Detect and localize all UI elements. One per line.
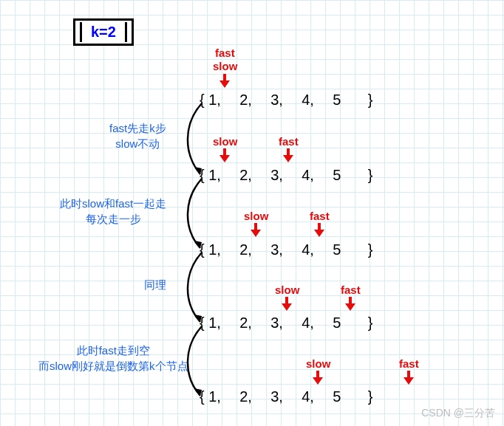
k-value: k=2 (91, 24, 116, 40)
slow-label-1: slow (213, 60, 237, 72)
fast-label-1: fast (215, 47, 235, 59)
arrow-down-icon (403, 371, 414, 385)
fast-label-3: fast (310, 210, 330, 222)
slow-label-5: slow (306, 357, 330, 370)
list-row-3: { 1,2,3,4,5 } (200, 241, 373, 258)
list-row-5: { 1,2,3,4,5 } (200, 388, 373, 405)
list-row-4: { 1,2,3,4,5 } (200, 315, 373, 331)
arrow-down-icon (313, 371, 323, 385)
arrow-down-icon (282, 297, 292, 312)
k-box-inner: k=2 (80, 22, 127, 42)
arrow-down-icon (283, 148, 293, 163)
note-2: 此时slow和fast一起走 每次走一步 (60, 196, 166, 227)
note-4: 此时fast走到空 而slow刚好就是倒数第k个节点 (38, 343, 188, 374)
slow-label-3: slow (244, 210, 268, 222)
arrow-down-icon (314, 223, 324, 238)
watermark: CSDN @三分苦 (421, 407, 495, 420)
fast-label-5: fast (399, 357, 419, 370)
list-row-2: { 1,2,3,4,5 } (200, 167, 373, 184)
note-1: fast先走k步 slow不动 (109, 120, 166, 151)
list-row-1: { 1,2,3,4,5 } (200, 92, 373, 109)
k-box: k=2 (73, 18, 134, 46)
fast-label-2: fast (279, 135, 299, 148)
arrow-down-icon (219, 74, 230, 89)
arrow-down-icon (345, 297, 355, 312)
arrow-down-icon (251, 223, 261, 238)
note-3: 同理 (144, 277, 166, 292)
slow-label-2: slow (213, 135, 237, 148)
fast-label-4: fast (341, 284, 361, 296)
slow-label-4: slow (275, 284, 299, 296)
arrow-down-icon (219, 148, 230, 163)
